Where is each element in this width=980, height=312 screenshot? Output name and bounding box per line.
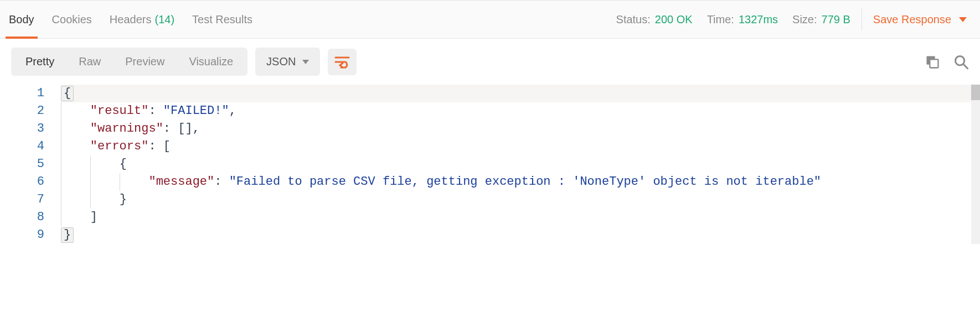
tab-cookies[interactable]: Cookies	[51, 1, 93, 38]
search-icon[interactable]	[953, 54, 969, 70]
size-label: Size:	[792, 13, 817, 26]
code-line: "warnings": [],	[61, 120, 971, 138]
chevron-down-icon	[302, 60, 309, 64]
divider	[862, 8, 862, 30]
tab-test-results-label: Test Results	[192, 13, 252, 26]
copy-icon[interactable]	[925, 54, 940, 70]
svg-line-4	[963, 64, 968, 68]
line-number: 5	[0, 155, 44, 173]
format-selector-label: JSON	[266, 55, 296, 68]
line-number: 9	[0, 226, 44, 244]
tab-body[interactable]: Body	[8, 1, 35, 38]
tab-headers-count: (14)	[154, 13, 174, 26]
size-value: 779 B	[822, 13, 850, 26]
view-mode-group: Pretty Raw Preview Visualize	[11, 48, 247, 76]
status-label: Status:	[616, 13, 651, 26]
response-body-editor[interactable]: 1 2 3 4 5 6 7 8 9 { "result": "FAILED!",…	[0, 85, 980, 266]
code-line: "errors": [	[61, 138, 971, 155]
scrollbar-track[interactable]	[971, 85, 980, 244]
line-number-gutter: 1 2 3 4 5 6 7 8 9	[0, 85, 61, 244]
tab-body-label: Body	[9, 13, 34, 26]
code-line: {	[61, 155, 971, 173]
code-line: ]	[61, 209, 971, 226]
response-meta: Status: 200 OK Time: 1327ms Size: 779 B	[616, 13, 850, 26]
line-number: 6	[0, 173, 44, 191]
line-number: 3	[0, 120, 44, 138]
tab-test-results[interactable]: Test Results	[191, 1, 254, 38]
tab-headers-label: Headers	[110, 13, 152, 26]
fold-toggle[interactable]: }	[61, 227, 74, 243]
scrollbar-thumb[interactable]	[971, 85, 980, 100]
line-number: 1	[0, 85, 44, 102]
code-line: }	[61, 191, 971, 209]
line-number: 4	[0, 138, 44, 155]
save-response-label: Save Response	[873, 13, 951, 26]
line-number: 7	[0, 191, 44, 209]
tab-headers[interactable]: Headers (14)	[109, 1, 176, 38]
line-number: 8	[0, 209, 44, 226]
code-line: }	[61, 226, 971, 244]
line-number: 2	[0, 102, 44, 120]
save-response-button[interactable]: Save Response	[873, 13, 972, 26]
status-value: 200 OK	[655, 13, 693, 26]
wrap-lines-icon	[334, 55, 350, 69]
fold-toggle[interactable]: {	[61, 86, 74, 101]
code-line: "result": "FAILED!",	[61, 102, 971, 120]
svg-rect-2	[930, 59, 938, 67]
view-mode-raw[interactable]: Raw	[66, 50, 113, 74]
time-value: 1327ms	[739, 13, 778, 26]
code-line: "message": "Failed to parse CSV file, ge…	[61, 173, 971, 191]
time-label: Time:	[707, 13, 734, 26]
code-content[interactable]: { "result": "FAILED!", "warnings": [], "…	[61, 85, 971, 244]
view-mode-visualize[interactable]: Visualize	[177, 50, 245, 74]
view-mode-pretty[interactable]: Pretty	[13, 50, 66, 74]
format-selector[interactable]: JSON	[255, 48, 320, 76]
wrap-lines-button[interactable]	[328, 49, 357, 75]
code-line: {	[61, 85, 971, 102]
chevron-down-icon	[959, 17, 967, 22]
view-mode-preview[interactable]: Preview	[113, 50, 177, 74]
tab-cookies-label: Cookies	[52, 13, 92, 26]
